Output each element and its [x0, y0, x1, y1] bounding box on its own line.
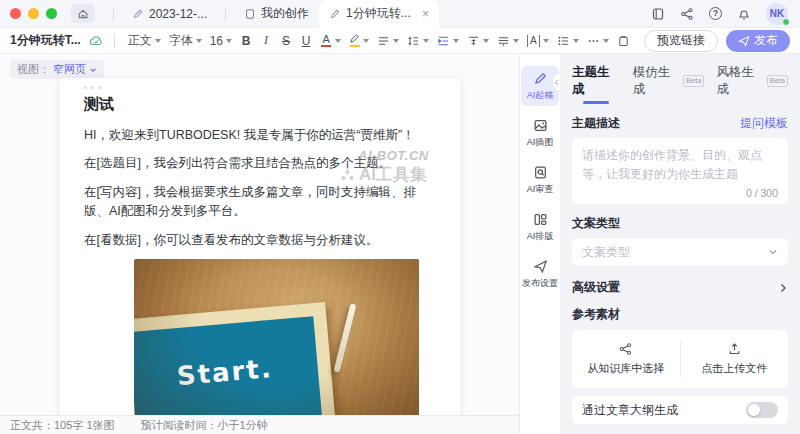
- strikethrough-button[interactable]: S: [277, 31, 295, 51]
- inline-image-start-card[interactable]: Start.: [134, 259, 419, 415]
- tab-topic-generation[interactable]: 主题生成: [572, 64, 621, 104]
- copy-type-label: 文案类型: [572, 215, 620, 232]
- view-mode-dropdown[interactable]: 视图： 窄网页: [10, 60, 104, 79]
- bold-button[interactable]: B: [237, 31, 255, 51]
- reference-material-label: 参考素材: [572, 306, 620, 323]
- home-button[interactable]: [71, 4, 95, 23]
- doc-search-icon: [533, 165, 548, 180]
- more-tools-dropdown[interactable]: [584, 31, 612, 51]
- close-window-button[interactable]: [10, 8, 21, 19]
- outline-toggle-label: 通过文章大纲生成: [582, 402, 678, 419]
- active-tab-underline: [583, 101, 609, 104]
- paragraph-spacing-dropdown[interactable]: [494, 31, 522, 51]
- question-template-link[interactable]: 提问模板: [740, 115, 788, 132]
- avatar-initials: NK: [770, 8, 784, 19]
- tab-label: 1分钟玩转...: [346, 5, 411, 22]
- chevron-down-icon: [89, 66, 97, 74]
- doc-paragraph[interactable]: HI，欢迎来到TURBODESK! 我是专属于你的运营“贾维斯”！: [84, 126, 436, 145]
- maximize-window-button[interactable]: [46, 8, 57, 19]
- help-icon[interactable]: ?: [709, 7, 722, 20]
- underline-button[interactable]: U: [297, 31, 315, 51]
- line-height-icon: [407, 35, 420, 47]
- publish-label: 发布: [754, 32, 778, 49]
- bell-icon[interactable]: [737, 7, 751, 21]
- advanced-settings-row[interactable]: 高级设置: [572, 279, 788, 296]
- close-tab-icon[interactable]: ×: [422, 7, 430, 20]
- select-from-knowledge-base-button[interactable]: 从知识库中选择: [572, 342, 680, 376]
- ellipsis-icon: [587, 35, 600, 47]
- tab-imitation-generation[interactable]: 模仿生成Beta: [633, 64, 705, 98]
- tab-label: 我的创作: [261, 5, 309, 22]
- format-painter-icon: [617, 35, 630, 47]
- nav-item-publish-settings[interactable]: 发布设置: [521, 254, 559, 294]
- text-color-icon: A: [320, 34, 332, 48]
- topic-description-input[interactable]: [572, 138, 788, 186]
- char-counter: 0 / 300: [746, 187, 778, 199]
- minimize-window-button[interactable]: [28, 8, 39, 19]
- doc-paragraph[interactable]: 在[选题目]，我会列出符合需求且结合热点的多个主题。: [84, 154, 436, 173]
- doc-paragraph[interactable]: 在[看数据]，你可以查看发布的文章数据与分析建议。: [84, 231, 436, 250]
- avatar[interactable]: NK: [766, 3, 788, 25]
- text-color-dropdown[interactable]: A: [317, 31, 344, 51]
- divider: [225, 7, 226, 21]
- page-decoration-dots: [84, 86, 436, 89]
- paragraph-style-dropdown[interactable]: 正文: [125, 31, 164, 51]
- copy-type-select[interactable]: 文案类型: [572, 238, 788, 266]
- format-painter-button[interactable]: [614, 31, 633, 51]
- doc-heading[interactable]: 测试: [84, 95, 436, 114]
- divider: [114, 34, 115, 48]
- list-icon: [557, 35, 570, 47]
- ai-tools-nav: AI起稿 AI插图 AI审查 AI排版 发布设置: [519, 54, 560, 434]
- panel-collapse-handle[interactable]: [552, 72, 560, 92]
- nav-item-ai-illustration[interactable]: AI插图: [521, 113, 559, 153]
- chevron-right-icon: [778, 283, 788, 293]
- view-mode-label: 视图：: [17, 62, 50, 77]
- nav-label: AI插图: [527, 136, 554, 149]
- reader-icon[interactable]: [651, 7, 665, 21]
- outline-toggle[interactable]: [746, 402, 778, 418]
- list-dropdown[interactable]: [554, 31, 582, 51]
- nav-item-ai-layout[interactable]: AI排版: [521, 207, 559, 247]
- ai-draft-panel: 主题生成 模仿生成Beta 风格生成Beta 主题描述 提问模板 0 / 300…: [560, 54, 800, 434]
- generation-tabs: 主题生成 模仿生成Beta 风格生成Beta: [572, 64, 788, 104]
- line-height-dropdown[interactable]: [404, 31, 432, 51]
- read-time: 预计阅读时间：小于1分钟: [141, 418, 268, 433]
- window-top-bar: 2023-12-... 我的创作 1分钟玩转... × ? NK: [0, 0, 800, 28]
- doc-paragraph[interactable]: 在[写内容]，我会根据要求生成多篇文章，同时支持编辑、排版、AI配图和分发到多平…: [84, 183, 436, 222]
- highlight-color-dropdown[interactable]: [346, 31, 372, 51]
- preview-link-button[interactable]: 预览链接: [644, 30, 718, 52]
- send-icon: [738, 35, 750, 47]
- font-family-dropdown[interactable]: 字体: [166, 31, 205, 51]
- share-nodes-icon[interactable]: [680, 7, 694, 21]
- layout-icon: [533, 212, 548, 227]
- online-status-dot: [782, 18, 790, 26]
- vertical-align-dropdown[interactable]: [464, 31, 492, 51]
- knowledge-base-icon: [618, 342, 633, 356]
- highlighter-icon: [349, 34, 360, 48]
- font-size-dropdown[interactable]: 16: [207, 31, 235, 51]
- copy-type-placeholder: 文案类型: [582, 244, 630, 261]
- publish-button[interactable]: 发布: [726, 30, 790, 52]
- beta-badge: Beta: [767, 75, 788, 87]
- tab-current-doc[interactable]: 1分钟玩转... ×: [319, 0, 439, 28]
- nav-label: AI审查: [527, 183, 554, 196]
- align-dropdown[interactable]: [374, 31, 402, 51]
- nav-item-ai-review[interactable]: AI审查: [521, 160, 559, 200]
- nav-label: 发布设置: [522, 277, 558, 290]
- strikethrough-icon: S: [280, 34, 292, 48]
- image-icon: [533, 118, 548, 133]
- tab-recent-doc[interactable]: 2023-12-...: [122, 0, 217, 28]
- editor-canvas: 视图： 窄网页 测试 HI，欢迎来到TURBODESK! 我是专属于你的运营“贾…: [0, 54, 519, 415]
- italic-button[interactable]: I: [257, 31, 275, 51]
- upload-file-button[interactable]: 点击上传文件: [681, 342, 789, 376]
- document-icon: [244, 8, 256, 20]
- letter-spacing-dropdown[interactable]: A: [524, 31, 552, 51]
- tab-style-generation[interactable]: 风格生成Beta: [716, 64, 788, 98]
- view-mode-value: 窄网页: [53, 62, 86, 77]
- document-page[interactable]: 测试 HI，欢迎来到TURBODESK! 我是专属于你的运营“贾维斯”！ 在[选…: [60, 78, 460, 415]
- underline-icon: U: [300, 34, 312, 48]
- pencil-icon: [533, 71, 548, 86]
- tab-my-creations[interactable]: 我的创作: [234, 0, 319, 28]
- indent-dropdown[interactable]: [434, 31, 462, 51]
- beta-badge: Beta: [683, 75, 704, 87]
